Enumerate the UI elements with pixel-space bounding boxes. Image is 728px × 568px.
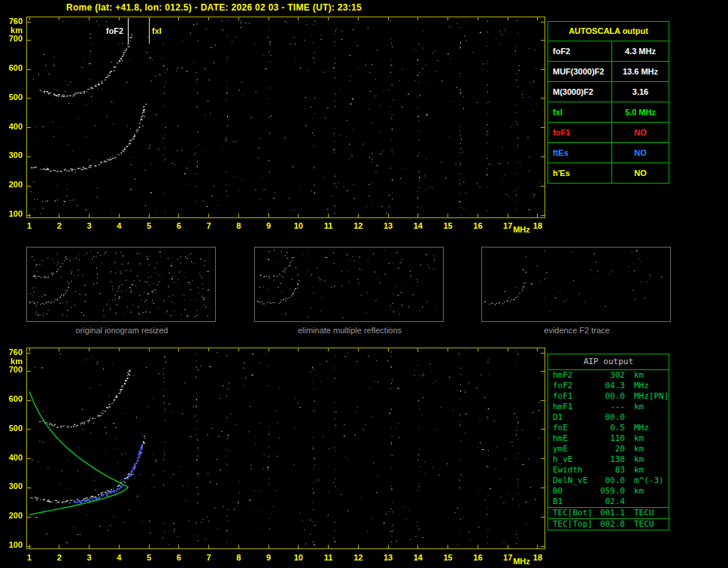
autoscala-param-label: fxI — [548, 102, 612, 122]
x-axis-unit-label: MHz — [513, 557, 530, 566]
aip-param-label: B0 — [553, 486, 599, 497]
y-axis-unit-label: km — [2, 26, 23, 35]
main-ionogram-canvas — [27, 17, 544, 217]
aip-row-hmF1: hmF1---km — [548, 402, 669, 412]
aip-param-unit: MHz — [634, 391, 649, 402]
x-axis-tick-label: 8 — [232, 554, 245, 562]
x-axis-tick-label: 16 — [471, 222, 484, 230]
thumbnail-f2-trace — [481, 247, 671, 322]
aip-param-value: 138 — [599, 454, 625, 465]
aip-param-label: hmE — [553, 433, 599, 444]
autoscala-param-value: NO — [612, 143, 669, 163]
x-axis-tick-label: 7 — [202, 554, 216, 562]
x-axis-tick-label: 11 — [322, 554, 335, 562]
aip-table-title: AIP output — [548, 354, 669, 370]
y-axis-tick-label: 400 — [2, 454, 23, 462]
aip-row-B0: B0059.0km — [548, 486, 669, 497]
aip-param-value: 302 — [599, 370, 625, 381]
y-axis-unit-label: km — [2, 357, 23, 366]
x-axis-tick-label: 1 — [23, 554, 36, 562]
x-axis-tick-label: 15 — [441, 554, 455, 562]
autoscala-row-MUF(3000)F2: MUF(3000)F213.6 MHz — [548, 62, 669, 82]
x-axis-unit-label: MHz — [513, 226, 530, 234]
autoscala-param-label: MUF(3000)F2 — [548, 62, 612, 81]
aip-param-label: DelN_vE — [553, 475, 599, 486]
autoscala-row-h'Es: h'EsNO — [548, 163, 669, 183]
y-axis-tick-label: 600 — [2, 64, 23, 72]
aip-param-label: foF1 — [553, 391, 599, 402]
aip-param-unit: km — [634, 465, 644, 475]
x-axis-tick-label: 4 — [112, 554, 126, 562]
x-axis-tick-label: 5 — [142, 554, 156, 562]
x-axis-tick-label: 2 — [53, 554, 66, 562]
aip-param-unit: km — [634, 370, 644, 381]
autoscala-param-label: h'Es — [548, 163, 612, 183]
thumbnail-eliminate-reflections — [254, 247, 444, 322]
x-axis-tick-label: 9 — [262, 222, 275, 230]
aip-table-rows: hmF2302kmfoF204.3MHzfoF100.0MHz[PN]hmF1-… — [548, 370, 669, 530]
y-axis-tick-label: 400 — [2, 123, 23, 131]
y-axis-tick-label: 500 — [2, 93, 23, 102]
aip-param-value: 110 — [599, 433, 625, 444]
aip-row-D1: D100.0 — [548, 412, 669, 423]
aip-row-ymE: ymE20km — [548, 444, 669, 454]
aip-param-value: 00.0 — [599, 412, 625, 423]
aip-row-h_vE: h_vE138km — [548, 454, 669, 465]
y-axis-tick-label: 700 — [2, 366, 23, 374]
thumbnail-original-ionogram — [26, 247, 216, 322]
autoscala-param-value: 4.3 MHz — [612, 41, 669, 61]
aip-param-value: 001.1 — [599, 508, 625, 518]
x-axis-tick-label: 7 — [202, 222, 216, 230]
autoscala-param-label: M(3000)F2 — [548, 82, 612, 102]
aip-param-label: TEC[Bot] — [553, 508, 599, 518]
aip-param-unit: m^(-3) — [634, 475, 664, 486]
aip-ionogram-canvas — [27, 348, 544, 548]
aip-param-note: [PN] — [649, 391, 673, 402]
x-axis-tick-label: 18 — [531, 222, 544, 230]
y-axis-tick-label: 760 — [2, 348, 23, 357]
aip-param-value: 059.0 — [599, 486, 625, 497]
aip-param-unit: km — [634, 444, 644, 454]
aip-row-B1: B102.4 — [548, 497, 669, 507]
aip-param-unit: km — [634, 454, 644, 465]
autoscala-row-M(3000)F2: M(3000)F23.16 — [548, 82, 669, 102]
y-axis-tick-label: 760 — [2, 17, 23, 26]
x-axis-tick-label: 8 — [232, 222, 245, 230]
y-axis-tick-label: 100 — [2, 541, 23, 549]
y-axis-tick-label: 700 — [2, 35, 23, 43]
y-axis-tick-label: 300 — [2, 151, 23, 159]
aip-row-foF1: foF100.0MHz[PN] — [548, 391, 669, 402]
aip-param-value: 002.8 — [599, 519, 625, 530]
aip-param-unit: MHz — [634, 423, 649, 433]
x-axis-tick-label: 16 — [471, 554, 484, 562]
y-axis-tick-label: 200 — [2, 512, 23, 520]
x-axis-tick-label: 6 — [172, 222, 186, 230]
thumbnail-caption-2: eliminate multiple reflections — [254, 326, 445, 335]
aip-row-Ewidth: Ewidth83km — [548, 465, 669, 475]
aip-row-hmE: hmE110km — [548, 433, 669, 444]
autoscala-param-value: 3.16 — [612, 82, 669, 102]
autoscala-row-foF2: foF24.3 MHz — [548, 41, 669, 62]
x-axis-tick-label: 10 — [292, 554, 305, 562]
x-axis-tick-label: 10 — [292, 222, 305, 230]
autoscala-table-rows: foF24.3 MHzMUF(3000)F213.6 MHzM(3000)F23… — [548, 41, 669, 183]
autoscala-row-ftEs: ftEsNO — [548, 143, 669, 163]
y-axis-tick-label: 200 — [2, 181, 23, 189]
x-axis-tick-label: 9 — [262, 554, 275, 562]
aip-row-TEC[Bot]: TEC[Bot]001.1TECU — [548, 507, 669, 518]
autoscala-screen: Rome (lat: +41.8, lon: 012.5) - DATE: 20… — [0, 0, 728, 568]
aip-param-unit: km — [634, 486, 644, 497]
x-axis-tick-label: 3 — [83, 222, 96, 230]
aip-param-unit: km — [634, 402, 644, 412]
autoscala-param-label: ftEs — [548, 143, 612, 163]
aip-row-foF2: foF204.3MHz — [548, 381, 669, 391]
thumbnail-canvas-1 — [27, 248, 215, 321]
aip-param-label: hmF1 — [553, 402, 599, 412]
autoscala-row-foF1: foF1NO — [548, 123, 669, 143]
autoscala-table-title: AUTOSCALA output — [548, 22, 669, 41]
y-axis-tick-label: 500 — [2, 424, 23, 433]
aip-param-label: B1 — [553, 497, 599, 507]
x-axis-tick-label: 6 — [172, 554, 186, 562]
aip-param-label: Ewidth — [553, 465, 599, 475]
x-axis-tick-label: 12 — [351, 554, 365, 562]
